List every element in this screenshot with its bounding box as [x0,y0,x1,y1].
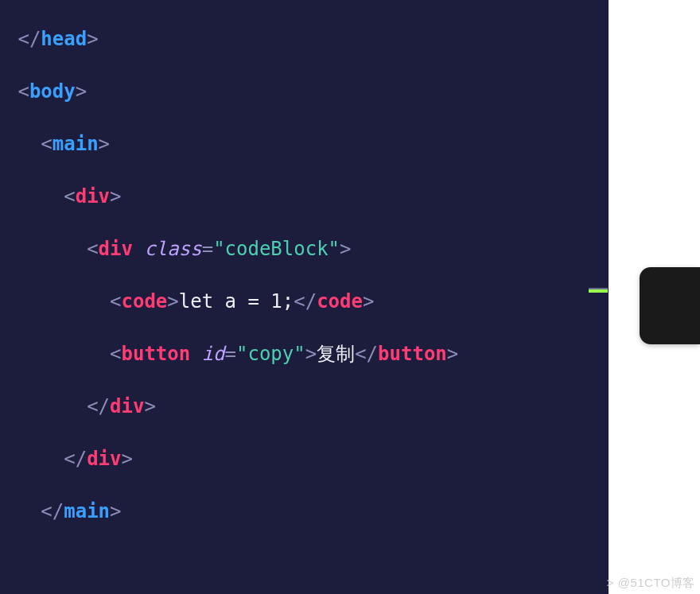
code-editor[interactable]: </head> <body> <main> <div> <div class="… [0,0,609,594]
scrollbar-marker [589,289,608,293]
button-open-tag: button [122,343,191,365]
copy-id-value: "copy" [236,343,305,365]
div-close-tag: div [87,448,121,470]
main-open-tag: main [52,133,99,155]
code-literal: let a = 1; [179,290,294,313]
id-attr: id [202,343,225,365]
div-inner-open-tag: div [99,238,133,260]
watermark: > @51CTO博客 [607,576,695,591]
class-attr: class [144,238,201,260]
body-open-tag: body [29,80,76,103]
codeblock-class-value: "codeBlock" [213,238,340,260]
code-open-tag: code [122,290,168,313]
button-close-tag: button [378,343,447,365]
button-label: 复制 [317,343,355,365]
head-close-tag: head [41,28,87,50]
main-close-tag: main [64,500,110,522]
div-open-tag: div [76,185,110,208]
div-inner-close-tag: div [110,395,144,417]
code-close-tag: code [317,290,363,313]
preview-panel: le [640,267,700,344]
